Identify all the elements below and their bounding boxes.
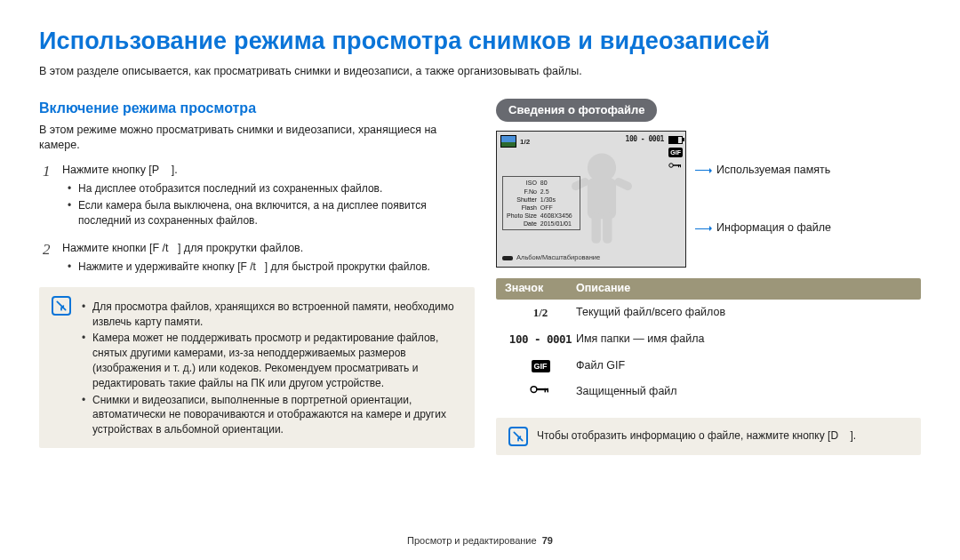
section-title-enable-view: Включение режима просмотра [39,99,475,118]
footer-page-number: 79 [542,535,553,546]
note-icon [52,296,71,316]
svg-point-0 [669,164,674,168]
svg-rect-9 [603,213,612,244]
svg-rect-7 [613,177,634,192]
battery-icon [668,136,683,144]
step-1: 1 Нажмите кнопку [P ]. На дисплее отобра… [43,163,475,228]
icon-legend-table: Значок Описание 1/2 Текущий файл/всего ф… [496,278,921,404]
page-subtitle: В этом разделе описывается, как просматр… [39,64,921,80]
svg-rect-3 [680,165,681,168]
step-1-bullet: Если камера была выключена, она включитс… [78,198,475,228]
svg-point-10 [531,387,537,393]
viewer-bottom-caption: Альбом/Масштабирование [502,253,600,263]
svg-rect-8 [592,213,601,244]
svg-rect-2 [678,165,679,168]
note-icon [508,427,528,446]
legend-head-desc: Описание [576,281,630,297]
gif-badge-icon: GIF [668,148,683,158]
svg-rect-13 [548,388,549,393]
step-2-number: 2 [43,239,51,260]
step-2-text: Нажмите кнопки [F /t ] для прокрутки фай… [62,242,303,254]
viewer-counter: 1/2 [520,137,530,147]
svg-rect-5 [588,179,616,220]
legend-lock-desc: Защищенный файл [576,384,677,400]
slider-icon [502,256,513,260]
legend-head-icon: Значок [505,281,576,297]
footer-section: Просмотр и редактирование [407,535,537,546]
callout-leader [695,228,711,229]
step-1-number: 1 [43,161,51,182]
callout-memory: Используемая память [716,163,830,179]
note-bullet: Снимки и видеозаписи, выполненные в порт… [92,393,462,437]
callout-leader [695,170,711,171]
viewer-folder: 100 - 0001 [626,135,664,143]
thumbnail-icon [500,135,516,148]
callout-fileinfo: Информация о файле [716,220,831,236]
svg-point-4 [588,154,616,182]
svg-rect-12 [545,388,547,393]
legend-gif-desc: Файл GIF [576,358,625,374]
legend-folder-icon: 100 - 0001 [505,332,576,348]
step-1-bullet: На дисплее отобразится последний из сохр… [78,181,475,196]
step-2: 2 Нажмите кнопки [F /t ] для прокрутки ф… [43,241,475,275]
step-2-bullet: Нажмите и удерживайте кнопку [F /t ] для… [78,260,475,275]
info-overlay: ISO80 F.No2.5 Shutter1/30s FlashOFF Phot… [502,176,580,230]
page-title: Использование режима просмотра снимков и… [39,25,921,59]
legend-folder-desc: Имя папки — имя файла [576,332,705,348]
page-footer: Просмотр и редактирование 79 [0,534,960,548]
note-bullet: Камера может не поддерживать просмотр и … [92,331,462,390]
svg-rect-1 [673,165,681,167]
legend-counter-desc: Текущий файл/всего файлов [576,305,725,321]
step-1-text: Нажмите кнопку [P ]. [62,164,178,176]
svg-rect-11 [537,388,549,390]
note-box: Для просмотра файлов, хранящихся во встр… [39,287,475,448]
legend-lock-icon [505,384,576,400]
pill-file-info: Сведения о фотофайле [496,99,657,122]
tip-text: Чтобы отобразить информацию о файле, наж… [537,428,856,444]
lock-icon [668,161,683,169]
tip-box: Чтобы отобразить информацию о файле, наж… [496,418,921,455]
note-bullet: Для просмотра файлов, хранящихся во встр… [92,300,462,330]
section-intro: В этом режиме можно просматривать снимки… [39,123,475,154]
legend-gif-icon: GIF [505,358,576,374]
legend-counter-icon: 1/2 [505,305,576,321]
viewer-preview: 1/2 100 - 0001 GIF [496,131,686,268]
